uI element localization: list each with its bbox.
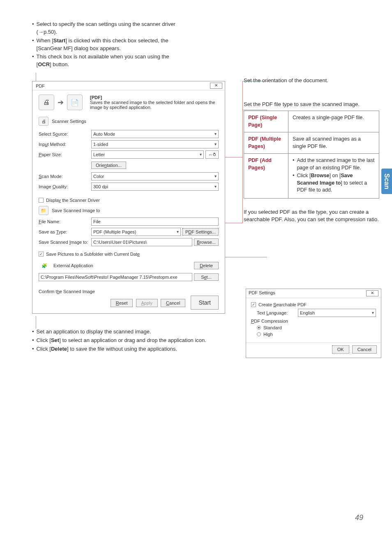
- save-folder-icon: 📁: [39, 206, 48, 215]
- save-as-type-dropdown[interactable]: PDF (Multiple Pages): [91, 228, 181, 236]
- external-app-label: External Application: [53, 263, 93, 268]
- image-quality-dropdown[interactable]: 300 dpi: [91, 183, 219, 191]
- paper-size-label: Paper Size:: [39, 152, 91, 157]
- top-bullet-2: This check box is not available when you…: [37, 53, 180, 69]
- pdf-settings-dialog: PDF Settings ✕ ✓ Create Searchable PDF T…: [246, 289, 381, 358]
- high-radio[interactable]: [257, 332, 261, 336]
- cancel-button[interactable]: Cancel: [161, 299, 185, 307]
- pdf-type-table: PDF (Single Page) Creates a single-page …: [244, 111, 379, 199]
- save-subfolder-label: Save Pictures to a Subfolder with Curren…: [46, 252, 140, 257]
- top-bullet-1: When [Start] is clicked with this check …: [37, 37, 180, 53]
- pdf-header-desc: Saves the scanned image to the selected …: [90, 100, 219, 110]
- bottom-bullet-0: Set an application to display the scanne…: [37, 328, 151, 336]
- pdf-settings-title: PDF Settings: [249, 290, 275, 296]
- pdf-file-icon: 📄: [67, 95, 83, 110]
- save-to-label: Save Scanned Image to:: [39, 240, 91, 245]
- display-driver-checkbox[interactable]: [39, 198, 44, 203]
- reset-button[interactable]: Reset: [111, 299, 133, 307]
- top-bullet-0: Select to specify the scan settings usin…: [37, 21, 180, 36]
- arrow-icon: ➔: [58, 98, 64, 107]
- close-icon[interactable]: ✕: [210, 83, 222, 89]
- scan-mode-dropdown[interactable]: Color: [91, 172, 219, 180]
- table-cell-single-name: PDF (Single Page): [244, 111, 288, 132]
- app-icon: 🧩: [39, 261, 50, 271]
- apply-button[interactable]: Apply: [136, 299, 158, 307]
- delete-button[interactable]: Delete: [194, 262, 219, 269]
- input-method-label: Input Method:: [39, 142, 91, 147]
- standard-label: Standard: [263, 325, 282, 330]
- image-quality-label: Image Quality:: [39, 184, 91, 189]
- save-section-title: Save Scanned Image to: [52, 208, 100, 213]
- display-driver-label: Display the Scanner Driver: [46, 198, 100, 203]
- table-cell-multi-name: PDF (Multiple Pages): [244, 132, 288, 154]
- pdf-dialog: PDF ✕ 🖨 ➔ 📄 [PDF] Saves the scanned imag…: [32, 81, 225, 314]
- scanner-settings-label: Scanner Settings: [52, 119, 86, 124]
- ok-button[interactable]: OK: [332, 345, 349, 354]
- table-cell-multi-desc: Save all scanned images as a single PDF …: [288, 132, 379, 154]
- rotate-button[interactable]: ↔⥁: [205, 150, 219, 159]
- text-language-label: Text Language:: [257, 310, 298, 315]
- bottom-bullet-1: Click [Set] to select an application or …: [37, 337, 206, 345]
- annotation-pdf-type: Set the PDF file type to save the scanne…: [244, 101, 379, 108]
- save-subfolder-checkbox[interactable]: ✓: [39, 252, 44, 257]
- annotation-searchable: If you selected PDF as the file type, yo…: [244, 208, 379, 223]
- create-searchable-label: Create Searchable PDF: [258, 302, 307, 307]
- start-button[interactable]: Start: [191, 296, 219, 310]
- side-tab: Scan: [381, 169, 392, 194]
- create-searchable-checkbox[interactable]: ✓: [251, 302, 256, 307]
- page-number: 49: [355, 513, 363, 522]
- dialog-title-text: PDF: [36, 83, 45, 88]
- table-cell-single-desc: Creates a single-page PDF file.: [288, 111, 379, 132]
- select-source-label: Select Source:: [39, 132, 91, 136]
- select-source-dropdown[interactable]: Auto Mode: [91, 130, 219, 138]
- save-to-input[interactable]: C:\Users\User 01\Pictures\: [91, 238, 192, 246]
- set-button[interactable]: Set...: [194, 273, 219, 281]
- browse-button[interactable]: Browse...: [194, 238, 219, 246]
- input-method-dropdown[interactable]: 1-sided: [91, 140, 219, 148]
- save-as-type-label: Save as Type:: [39, 229, 91, 234]
- standard-radio[interactable]: [257, 326, 261, 330]
- cancel-button[interactable]: Cancel: [352, 345, 377, 354]
- app-path-input[interactable]: C:\Program Files\NewSoft\Presto! PageMan…: [39, 273, 192, 281]
- close-icon[interactable]: ✕: [366, 290, 378, 296]
- pdf-settings-button[interactable]: PDF Settings...: [182, 228, 219, 236]
- confirm-label: Confirm the Scanned Image: [39, 289, 95, 294]
- bottom-bullet-2: Click [Delete] to save the file without …: [37, 345, 178, 353]
- orientation-button[interactable]: Orientation...: [91, 162, 126, 169]
- pdf-header-title: [PDF]: [90, 95, 219, 100]
- scanner-settings-icon: 🖨: [39, 117, 48, 126]
- bottom-bullet-list: •Set an application to display the scann…: [32, 328, 242, 353]
- scan-mode-label: Scan Mode:: [39, 174, 91, 179]
- scanner-icon: 🖨: [39, 95, 54, 110]
- pdf-compression-label: PDF Compression: [251, 319, 288, 324]
- table-cell-add-name: PDF (Add Pages): [244, 154, 288, 199]
- table-cell-add-desc: •Add the scanned image to the last page …: [288, 154, 379, 199]
- file-name-label: File Name:: [39, 219, 91, 224]
- text-language-dropdown[interactable]: English: [298, 309, 376, 317]
- high-label: High: [263, 332, 273, 337]
- file-name-input[interactable]: File: [91, 217, 219, 226]
- paper-size-dropdown[interactable]: Letter: [91, 150, 204, 159]
- top-bullet-list: •Select to specify the scan settings usi…: [32, 21, 180, 69]
